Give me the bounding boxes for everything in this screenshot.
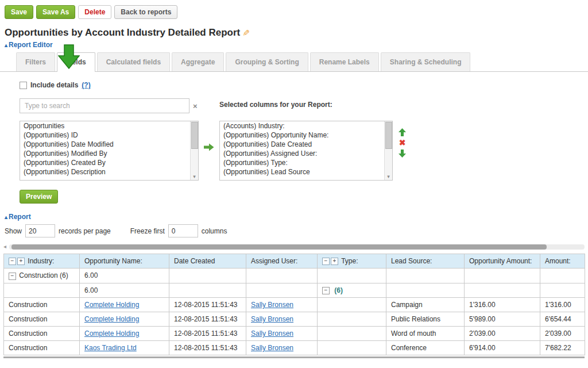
tab-aggregate[interactable]: Aggregate [172, 52, 224, 71]
assigned-user-link[interactable]: Sally Bronsen [251, 315, 293, 323]
scrollbar-vertical[interactable]: ▾ [190, 121, 198, 180]
collapse-triangle-icon: ▴ [5, 42, 7, 48]
table-header-row: −+ Industry: Opportunity Name: Date Crea… [4, 254, 585, 269]
header-type: −+ Type: [318, 254, 386, 269]
lead-source-cell: Word of mouth [386, 326, 465, 340]
help-icon[interactable]: (?) [82, 81, 90, 89]
amount-cell: 6'654.44 [540, 312, 585, 326]
preview-button[interactable]: Preview [20, 190, 58, 204]
table-horizontal-scrollbar[interactable]: ◂ [3, 243, 585, 250]
type-count: (6) [334, 286, 343, 294]
clear-search-icon[interactable]: × [193, 102, 198, 110]
list-item[interactable]: (Opportunities) Type: [220, 158, 392, 167]
report-editor-toggle-label: Report Editor [9, 41, 53, 49]
tab-sharing-scheduling[interactable]: Sharing & Scheduling [381, 52, 471, 71]
opportunity-link[interactable]: Complete Holding [84, 301, 139, 309]
freeze-columns-input[interactable] [168, 224, 198, 237]
freeze-first-label: Freeze first [130, 227, 165, 235]
amount-cell: 2'039.00 [540, 326, 585, 340]
assigned-user-link[interactable]: Sally Bronsen [251, 301, 293, 309]
tab-filters[interactable]: Filters [16, 52, 55, 71]
tab-fields[interactable]: Fields [57, 52, 95, 72]
opportunity-amount-cell: 2'039.00 [465, 326, 540, 340]
scrollbar-thumb[interactable] [11, 244, 547, 250]
scrollbar-vertical[interactable]: ▾ [384, 121, 392, 180]
list-item[interactable]: (Opportunities) Date Created [220, 140, 392, 149]
move-right-arrow-icon[interactable] [204, 143, 214, 151]
expand-group-icon[interactable]: + [17, 258, 25, 265]
list-item[interactable]: (Opportunities) Assigned User: [220, 149, 392, 158]
scroll-left-icon[interactable]: ◂ [3, 243, 9, 250]
back-to-reports-button[interactable]: Back to reports [114, 5, 177, 19]
header-label: Industry: [28, 257, 54, 265]
edit-title-icon[interactable]: ✎ [241, 29, 252, 37]
scroll-down-icon[interactable]: ▾ [191, 173, 198, 180]
assigned-user-link[interactable]: Sally Bronsen [251, 344, 293, 352]
opportunity-link[interactable]: Complete Holding [84, 315, 139, 323]
include-details-checkbox[interactable] [20, 82, 27, 89]
transfer-arrow-col [199, 98, 219, 151]
report-toggle-label: Report [9, 213, 31, 221]
scrollbar-thumb[interactable] [385, 122, 392, 149]
collapse-group-icon[interactable]: − [322, 287, 330, 294]
industry-cell: Construction [4, 340, 80, 355]
report-controls: Show records per page Freeze first colum… [0, 222, 588, 237]
tabs-wrap: Filters Fields Calculated fields Aggrega… [0, 52, 588, 72]
remove-column-icon[interactable]: ✖ [399, 139, 406, 147]
available-column: × Opportunities (Opportunities) ID (Oppo… [20, 98, 199, 181]
opportunity-link[interactable]: Complete Holding [84, 329, 139, 338]
scrollbar-track[interactable] [9, 244, 585, 250]
selected-fields-listbox[interactable]: (Accounts) Industry: (Opportunities) Opp… [219, 121, 393, 181]
title-row: Opportunities by Account Industry Detail… [0, 19, 588, 40]
include-details-row: Include details (?) [20, 81, 588, 89]
move-down-arrow-icon[interactable] [399, 150, 406, 158]
header-label: Type: [341, 257, 358, 265]
tab-calculated-fields[interactable]: Calculated fields [97, 52, 170, 71]
list-item[interactable]: (Opportunities) Modified By [20, 149, 198, 158]
list-item[interactable]: (Opportunities) Opportunity Name: [220, 131, 392, 140]
opportunity-link[interactable]: Kaos Trading Ltd [84, 344, 137, 352]
delete-button[interactable]: Delete [78, 5, 111, 19]
list-item[interactable]: (Accounts) Industry: [220, 121, 392, 131]
date-cell: 12-08-2015 11:51:43 [169, 312, 246, 326]
scrollbar-thumb[interactable] [191, 122, 198, 149]
toolbar: Save Save As Delete Back to reports [0, 0, 588, 19]
include-details-label: Include details [30, 81, 78, 89]
header-lead-source: Lead Source: [386, 254, 465, 269]
industry-cell: Construction [4, 326, 80, 340]
show-label: Show [5, 227, 22, 235]
list-item[interactable]: Opportunities [20, 121, 198, 131]
tab-rename-labels[interactable]: Rename Labels [310, 52, 379, 71]
list-item[interactable]: (Opportunities) ID [20, 131, 198, 140]
save-as-button[interactable]: Save As [36, 5, 75, 19]
tab-grouping-sorting[interactable]: Grouping & Sorting [226, 52, 308, 71]
opportunity-amount-cell: 5'989.00 [465, 312, 540, 326]
available-fields-listbox[interactable]: Opportunities (Opportunities) ID (Opport… [20, 121, 199, 181]
date-cell: 12-08-2015 11:51:43 [169, 340, 246, 355]
report-toggle[interactable]: ▴Report [0, 212, 588, 222]
report-editor-page: Save Save As Delete Back to reports Oppo… [0, 0, 588, 368]
expand-group-icon[interactable]: + [331, 258, 338, 265]
collapse-group-icon[interactable]: − [322, 258, 330, 265]
header-date-created: Date Created [169, 254, 246, 269]
columns-area: × Opportunities (Opportunities) ID (Oppo… [20, 98, 588, 181]
type-group-cell: − (6) [318, 283, 386, 297]
move-up-arrow-icon[interactable] [399, 128, 406, 136]
scroll-down-icon[interactable]: ▾ [385, 173, 392, 180]
collapse-group-icon[interactable]: − [9, 273, 16, 280]
report-table: −+ Industry: Opportunity Name: Date Crea… [3, 254, 585, 355]
search-row: × [20, 98, 199, 113]
group-total: 6.00 [80, 269, 169, 283]
search-input[interactable] [20, 98, 189, 113]
list-item[interactable]: (Opportunities) Lead Source [220, 167, 392, 177]
list-item[interactable]: (Opportunities) Date Modified [20, 140, 198, 149]
list-item[interactable]: (Opportunities) Created By [20, 158, 198, 167]
list-item[interactable]: (Opportunities) Description [20, 167, 198, 177]
save-button[interactable]: Save [5, 5, 33, 19]
selected-columns-title: Selected columns for your Report: [219, 98, 393, 113]
assigned-user-link[interactable]: Sally Bronsen [251, 329, 293, 338]
records-per-page-input[interactable] [25, 224, 55, 237]
report-editor-toggle[interactable]: ▴Report Editor [0, 40, 588, 50]
collapse-group-icon[interactable]: − [9, 258, 16, 265]
opportunity-amount-cell: 1'316.00 [465, 297, 540, 312]
